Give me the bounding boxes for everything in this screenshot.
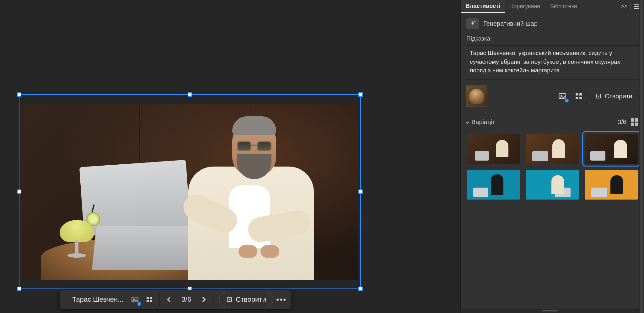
handle-bottom-right[interactable] bbox=[358, 287, 363, 291]
contextual-taskbar: Тарас Шевчен... ✓ bbox=[60, 290, 291, 309]
settings-grid-icon[interactable] bbox=[143, 293, 156, 306]
tab-properties[interactable]: Властивості bbox=[461, 0, 505, 13]
svg-point-10 bbox=[474, 21, 475, 22]
variation-thumb-2[interactable] bbox=[526, 134, 579, 164]
more-options-button[interactable]: ••• bbox=[275, 293, 288, 306]
handle-bottom-left[interactable] bbox=[17, 287, 21, 291]
panel-tabs: Властивості Коригуванн Бібліотеки >> bbox=[461, 0, 644, 13]
taskbar-counter: 3/6 bbox=[178, 295, 195, 304]
handle-top-left[interactable] bbox=[17, 92, 21, 97]
check-badge-icon: ✓ bbox=[564, 98, 569, 103]
reference-image-icon[interactable]: ✓ bbox=[129, 293, 141, 306]
next-variation-button[interactable] bbox=[197, 293, 209, 306]
variation-thumb-4[interactable] bbox=[467, 170, 520, 200]
variation-thumb-3[interactable] bbox=[585, 134, 638, 164]
tab-libraries[interactable]: Бібліотеки bbox=[545, 0, 582, 13]
check-badge-icon: ✓ bbox=[137, 301, 142, 306]
generation-settings-icon[interactable] bbox=[572, 90, 585, 102]
variations-label[interactable]: Варіації bbox=[471, 118, 494, 126]
generative-layer-icon bbox=[466, 18, 479, 29]
generate-icon bbox=[595, 93, 602, 99]
svg-rect-3 bbox=[150, 297, 152, 299]
canvas-area[interactable]: Тарас Шевчен... ✓ bbox=[0, 0, 460, 313]
svg-rect-16 bbox=[579, 97, 582, 99]
reference-image-thumb[interactable] bbox=[466, 85, 487, 107]
reference-image-toggle-icon[interactable]: ✓ bbox=[556, 90, 569, 102]
handle-left-center[interactable] bbox=[17, 189, 21, 194]
scrollbar-thumb[interactable] bbox=[640, 0, 643, 313]
handle-right-center[interactable] bbox=[358, 189, 363, 194]
variation-thumb-5[interactable] bbox=[526, 170, 579, 200]
svg-rect-15 bbox=[576, 97, 578, 99]
prompt-section-label: Підказка: bbox=[461, 34, 644, 45]
svg-rect-2 bbox=[147, 297, 149, 299]
taskbar-prompt-text[interactable]: Тарас Шевчен... bbox=[69, 295, 127, 304]
svg-rect-14 bbox=[579, 93, 582, 96]
svg-rect-4 bbox=[147, 300, 149, 302]
layer-type-label: Генеративний шар bbox=[483, 20, 538, 27]
ellipsis-icon: ••• bbox=[273, 295, 290, 305]
tab-adjustments[interactable]: Коригуванн bbox=[505, 0, 545, 13]
chevron-down-icon[interactable] bbox=[466, 120, 469, 124]
transform-bounding-box[interactable] bbox=[19, 94, 361, 289]
grid-view-icon[interactable] bbox=[631, 118, 638, 126]
svg-rect-5 bbox=[150, 300, 152, 302]
svg-rect-13 bbox=[576, 93, 578, 96]
panel-generate-button[interactable]: Створити bbox=[589, 89, 639, 104]
prev-variation-button[interactable] bbox=[164, 293, 176, 306]
handle-top-center[interactable] bbox=[188, 92, 192, 97]
handle-top-right[interactable] bbox=[358, 92, 363, 97]
panel-generate-label: Створити bbox=[605, 93, 632, 100]
prompt-textarea[interactable]: Тарас Шевченко, український письменник, … bbox=[466, 45, 639, 80]
variation-grid bbox=[461, 129, 644, 209]
variation-thumb-1[interactable] bbox=[467, 134, 520, 164]
variations-counter: 3/6 bbox=[618, 118, 626, 126]
panel-resize-grip[interactable] bbox=[461, 309, 639, 313]
collapse-panel-icon[interactable]: >> bbox=[620, 2, 629, 11]
variation-thumb-6[interactable] bbox=[585, 170, 638, 200]
generate-icon bbox=[226, 296, 233, 303]
panel-scrollbar[interactable] bbox=[639, 0, 644, 313]
properties-panel: Властивості Коригуванн Бібліотеки >> bbox=[460, 0, 644, 313]
taskbar-generate-label: Створити bbox=[236, 295, 266, 304]
taskbar-generate-button[interactable]: Створити bbox=[219, 292, 273, 307]
